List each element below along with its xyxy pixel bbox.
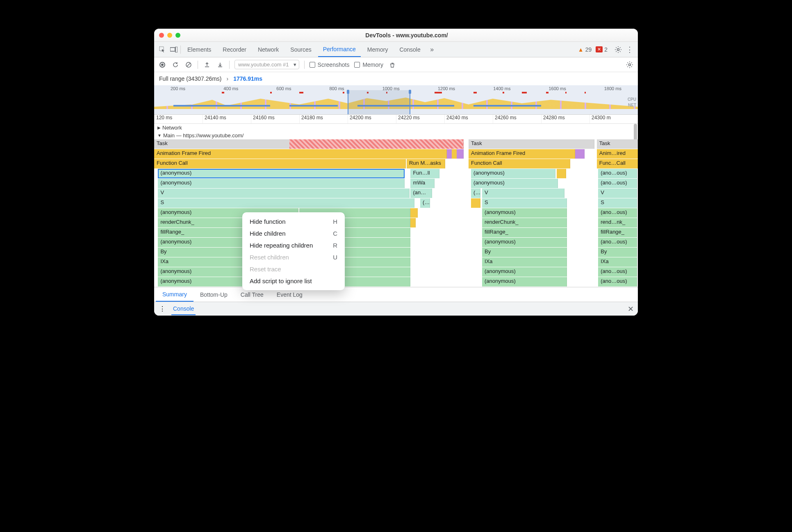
screenshots-checkbox[interactable]: Screenshots (310, 61, 350, 68)
cpu-label: CPU (628, 97, 636, 102)
device-icon[interactable] (169, 45, 179, 55)
memory-checkbox[interactable]: Memory (354, 61, 383, 68)
close-drawer-icon[interactable]: ✕ (628, 305, 634, 314)
panel-settings-icon[interactable] (626, 61, 634, 69)
maximize-window-button[interactable] (175, 33, 180, 38)
flame-bar[interactable]: Task (469, 139, 594, 149)
close-window-button[interactable] (159, 33, 164, 38)
tab-sources[interactable]: Sources (285, 42, 316, 57)
main-track-header[interactable]: ▼Main — https://www.youtube.com/ (154, 132, 638, 139)
download-button[interactable] (216, 61, 224, 69)
flame-bar[interactable] (471, 198, 481, 208)
flame-bar[interactable]: (anonymous) (471, 179, 558, 188)
flame-bar[interactable] (557, 169, 567, 178)
flame-bar[interactable]: V (598, 189, 637, 198)
drawer-console-tab[interactable]: Console (171, 303, 196, 315)
flame-bar[interactable]: S (158, 198, 414, 208)
ctx-hide-children[interactable]: Hide childrenC (242, 227, 345, 239)
flame-bar[interactable]: (… (420, 198, 430, 208)
tab-memory[interactable]: Memory (362, 42, 393, 57)
upload-button[interactable] (203, 61, 211, 69)
flame-bar[interactable]: (anonymous) (158, 179, 405, 188)
flame-bar[interactable]: Function Call (469, 159, 570, 168)
flame-bar[interactable]: Anim…ired (597, 149, 638, 159)
selection-handle-right[interactable] (409, 90, 411, 94)
tab-bottom-up[interactable]: Bottom-Up (193, 287, 234, 302)
flame-bar[interactable]: (anonymous) (482, 238, 567, 247)
network-track-header[interactable]: ▶Network (154, 124, 638, 132)
flame-bar[interactable]: (anonymous) (482, 267, 567, 277)
flame-bar[interactable]: Fun…ll (410, 169, 439, 178)
flame-bar[interactable]: (an…s) (410, 189, 432, 198)
tab-performance[interactable]: Performance (318, 42, 361, 57)
flame-bar[interactable]: Func…Call (597, 159, 638, 168)
flame-bar[interactable]: V (482, 189, 564, 198)
flame-bar[interactable]: (anonymous) (482, 277, 567, 286)
devtools-window: DevTools - www.youtube.com/ Elements Rec… (154, 29, 638, 316)
flame-bar[interactable]: renderChunk_ (482, 218, 567, 227)
breadcrumb-full[interactable]: Full range (34307.26ms) (159, 75, 222, 82)
flame-bar[interactable]: (ano…ous) (598, 179, 637, 188)
drawer-kebab-icon[interactable]: ⋮ (158, 305, 166, 313)
ctx-hide-function[interactable]: Hide functionH (242, 216, 345, 227)
overview-timeline[interactable]: 200 ms 400 ms 600 ms 800 ms 1000 ms 1200… (154, 85, 638, 115)
flame-bar[interactable]: S (598, 198, 637, 208)
more-tabs-icon[interactable]: » (427, 45, 437, 55)
flame-bar[interactable]: By (598, 248, 637, 257)
flame-bar[interactable]: mWa (410, 179, 435, 188)
inspect-icon[interactable] (157, 45, 167, 55)
recording-select[interactable]: www.youtube.com #1 (234, 60, 299, 69)
kebab-icon[interactable]: ⋮ (625, 45, 635, 55)
flame-bar[interactable]: rend…nk_ (598, 218, 637, 227)
svg-point-8 (629, 64, 631, 66)
drawer-bar: ⋮ Console ✕ (154, 302, 638, 316)
settings-icon[interactable] (613, 45, 623, 55)
breadcrumb-selected[interactable]: 1776.91ms (233, 75, 262, 82)
flame-bar[interactable]: By (482, 248, 567, 257)
flame-bar[interactable]: fillRange_ (482, 228, 567, 237)
record-button[interactable] (158, 61, 166, 69)
selection-handle-left[interactable] (347, 90, 349, 94)
gc-button[interactable] (388, 61, 396, 69)
reload-button[interactable] (171, 61, 180, 69)
flame-bar[interactable] (410, 208, 418, 218)
tab-network[interactable]: Network (253, 42, 284, 57)
flame-bar[interactable]: Function Call (154, 159, 406, 168)
flame-bar[interactable]: V (158, 189, 410, 198)
flame-bar[interactable]: fillRange_ (598, 228, 637, 237)
flame-bar[interactable]: (ano…ous) (598, 208, 637, 218)
flame-bar[interactable]: S (482, 198, 567, 208)
flame-bar[interactable]: (ano…ous) (598, 169, 637, 178)
flame-bar[interactable]: IXa (598, 257, 637, 267)
flame-bar[interactable]: IXa (482, 257, 567, 267)
flame-bar[interactable]: (anonymous) (482, 208, 567, 218)
flame-bar[interactable]: (anonymous) (471, 169, 556, 178)
flame-bar-longtask[interactable] (289, 139, 464, 149)
flame-bar[interactable]: (… (471, 189, 481, 198)
flame-bar[interactable] (457, 149, 464, 159)
tab-recorder[interactable]: Recorder (218, 42, 251, 57)
flame-bar[interactable]: (ano…ous) (598, 277, 637, 286)
ctx-hide-repeating[interactable]: Hide repeating childrenR (242, 239, 345, 251)
flame-bar[interactable]: Animation Frame Fired (154, 149, 447, 159)
tab-summary[interactable]: Summary (156, 287, 193, 302)
clear-button[interactable] (184, 61, 193, 69)
flame-bar[interactable]: Task (597, 139, 638, 149)
window-title: DevTools - www.youtube.com/ (180, 32, 633, 39)
flame-bar-selected[interactable]: (anonymous) (158, 169, 405, 178)
minimize-window-button[interactable] (167, 33, 172, 38)
tab-console[interactable]: Console (394, 42, 425, 57)
flame-bar[interactable]: Animation Frame Fired (469, 149, 575, 159)
flame-bar[interactable] (410, 218, 416, 227)
tab-elements[interactable]: Elements (182, 42, 216, 57)
flame-chart[interactable]: ▶Network ▼Main — https://www.youtube.com… (154, 124, 638, 286)
flame-bar[interactable]: (ano…ous) (598, 267, 637, 277)
detail-ruler: 120 ms 24140 ms 24160 ms 24180 ms 24200 … (154, 115, 638, 124)
flame-bar[interactable]: (ano…ous) (598, 238, 637, 247)
flame-bar[interactable]: Run M…asks (407, 159, 445, 168)
warnings-badge[interactable]: ▲ 29 ✕ 2 (578, 46, 608, 53)
overview-selection[interactable] (348, 90, 410, 114)
flame-bar[interactable] (575, 149, 585, 159)
titlebar: DevTools - www.youtube.com/ (154, 29, 638, 42)
ctx-add-ignore[interactable]: Add script to ignore list (242, 275, 345, 287)
